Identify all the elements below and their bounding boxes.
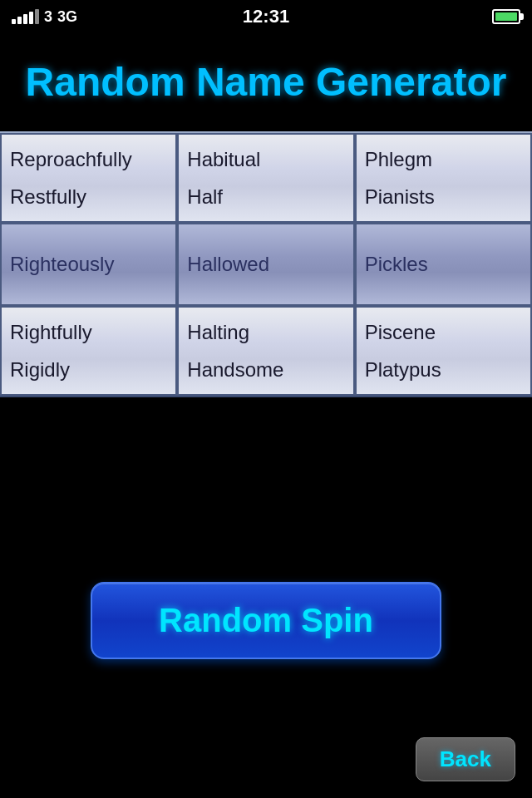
cell-word: Habitual	[187, 146, 344, 172]
random-spin-button[interactable]: Random Spin	[91, 582, 441, 659]
cell-word-2: Platypus	[365, 357, 522, 382]
cell-word: Hallowed	[187, 251, 344, 277]
cell-word: Rightfully	[10, 319, 167, 345]
back-button[interactable]: Back	[416, 737, 515, 781]
signal-icon	[12, 9, 39, 24]
title-area: Random Name Generator	[0, 33, 532, 131]
grid-cell-1-0[interactable]: Habitual Half	[177, 133, 354, 223]
status-left: 3 3G	[12, 8, 77, 26]
grid-cell-2-1[interactable]: Pickles	[355, 223, 532, 306]
cell-word-2: Pianists	[365, 184, 522, 209]
carrier-label: 3	[44, 8, 52, 26]
grid-cell-1-2[interactable]: Halting Handsome	[177, 306, 354, 396]
network-label: 3G	[57, 8, 77, 26]
cell-word-2: Rigidly	[10, 357, 167, 382]
cell-word-2: Half	[187, 184, 344, 209]
grid-cell-2-2[interactable]: Piscene Platypus	[355, 306, 532, 396]
grid-cell-1-1[interactable]: Hallowed	[177, 223, 354, 306]
random-spin-label: Random Spin	[159, 602, 373, 638]
app-title: Random Name Generator	[8, 58, 524, 106]
spinner-area: Reproachfully Restfully Habitual Half Ph…	[0, 131, 532, 398]
status-bar: 3 3G 12:31	[0, 0, 532, 33]
cell-word: Reproachfully	[10, 146, 167, 172]
grid-cell-0-0[interactable]: Reproachfully Restfully	[0, 133, 177, 223]
cell-word-2: Restfully	[10, 184, 167, 209]
cell-word: Piscene	[365, 319, 522, 345]
grid-cell-2-0[interactable]: Phlegm Pianists	[355, 133, 532, 223]
grid-cell-0-1[interactable]: Righteously	[0, 223, 177, 306]
cell-word: Pickles	[365, 251, 522, 277]
back-label: Back	[440, 746, 491, 771]
cell-word-2: Handsome	[187, 357, 344, 382]
time-display: 12:31	[243, 6, 289, 27]
bottom-area: Random Spin Back	[0, 532, 532, 798]
grid-cell-0-2[interactable]: Rightfully Rigidly	[0, 306, 177, 396]
cell-word: Righteously	[10, 251, 167, 277]
cell-word: Halting	[187, 319, 344, 345]
spinner-grid: Reproachfully Restfully Habitual Half Ph…	[0, 133, 532, 397]
cell-word: Phlegm	[365, 146, 522, 172]
battery-icon	[492, 9, 520, 24]
